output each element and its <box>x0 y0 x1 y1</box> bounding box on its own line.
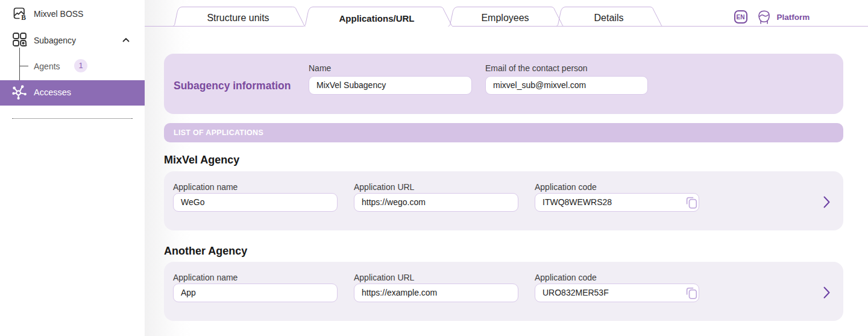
svg-text:B: B <box>21 14 26 21</box>
